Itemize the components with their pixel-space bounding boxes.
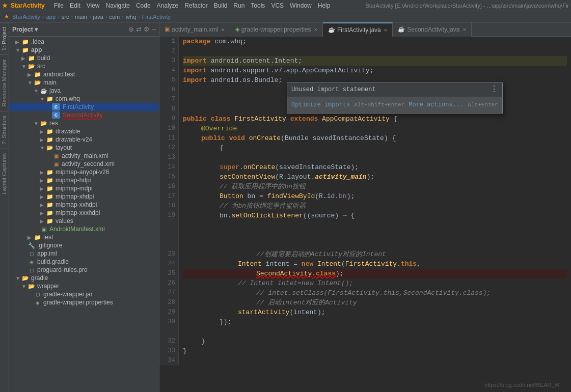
tree-item-buildgradle[interactable]: ◈ build.gradle	[9, 258, 159, 266]
tree-item-androidtest[interactable]: ▶ 📁 androidTest	[9, 70, 159, 78]
sidebar-add-icon[interactable]: ⊕	[128, 25, 134, 33]
code-line-17: Button bn = findViewById(R.id.bn);	[183, 191, 567, 201]
popup-title: Unused import statement	[291, 85, 376, 95]
tab-gradle-wrapper[interactable]: ◈ gradle-wrapper.properties ×	[230, 22, 323, 37]
code-line-31	[183, 327, 567, 337]
code-line-15: setContentView(R.layout.activity_main);	[183, 172, 567, 182]
menu-view[interactable]: View	[84, 2, 103, 9]
code-line-12: {	[183, 143, 567, 153]
breadcrumb-item-2[interactable]: src	[62, 14, 69, 20]
menu-tools[interactable]: Tools	[248, 2, 268, 9]
tree-item-firstactivity[interactable]: C FirstActivity	[9, 103, 159, 111]
breadcrumb-item-1[interactable]: app	[46, 14, 56, 20]
vtab-structure[interactable]: 7: Structure	[0, 111, 9, 149]
tree-item-build[interactable]: ▶ 📁 build	[9, 54, 159, 62]
sidebar-header-icons: ⊕ ⇄ ⚙ −	[128, 25, 156, 33]
tab-close-first-activity[interactable]: ×	[384, 27, 387, 33]
tab-first-activity[interactable]: ☕ FirstActivity.java ×	[323, 22, 393, 37]
breadcrumb-item-4[interactable]: java	[93, 14, 103, 20]
menu-build[interactable]: Build	[211, 2, 231, 9]
breadcrumb-item-6[interactable]: whq	[126, 14, 136, 20]
vtab-project[interactable]: 1: Project	[0, 22, 9, 54]
tree-item-java[interactable]: ▼ ☕ java	[9, 87, 159, 95]
tree-item-mipmap-anydpi[interactable]: ▶ 📁 mipmap-anydpi-v26	[9, 168, 159, 176]
sidebar: Project ▾ ⊕ ⇄ ⚙ − ▶ 📁 .idea ▼ 📁 app	[9, 22, 159, 392]
tree-item-mipmap-mdpi[interactable]: ▶ 📁 mipmap-mdpi	[9, 184, 159, 192]
breadcrumb-item-3[interactable]: main	[75, 14, 87, 20]
vtab-layout-captures[interactable]: Layout Captures	[0, 149, 9, 199]
tree-item-gitignore[interactable]: 🔧 .gitignore	[9, 241, 159, 249]
tab-close-gradle-wrapper[interactable]: ×	[314, 26, 317, 33]
tree-item-activity-main-xml[interactable]: ▣ activity_main.xml	[9, 152, 159, 160]
tree-item-secondactivity[interactable]: C SecondActivity	[9, 111, 159, 119]
tree-item-res[interactable]: ▼ 📂 res	[9, 119, 159, 127]
tree-item-activity-second-xml[interactable]: ▣ activity_second.xml	[9, 160, 159, 168]
tree-item-gradle-wrapper-jar[interactable]: ⬡ gradle-wrapper.jar	[9, 290, 159, 298]
popup-menu-icon[interactable]: ⋮	[490, 85, 498, 95]
breadcrumb-item-0[interactable]: StarActivity	[12, 14, 40, 20]
watermark: https://blog.csdn.net/BEAR_W	[484, 382, 560, 388]
breadcrumb-sep-6: ›	[138, 14, 140, 20]
tree-item-appiml[interactable]: ◻ app.iml	[9, 249, 159, 258]
breadcrumb-sep-3: ›	[89, 14, 91, 20]
sidebar-settings-icon[interactable]: ⚙	[144, 25, 150, 33]
menu-window[interactable]: Window	[287, 2, 315, 9]
code-line-19: bn.setOnClickListener((source) → {	[183, 211, 567, 220]
tab-second-activity[interactable]: ☕ SecondActivity.java ×	[393, 22, 472, 37]
popup-optimize-imports[interactable]: Optimize imports	[291, 100, 350, 110]
code-line-34	[183, 356, 567, 366]
menu-edit[interactable]: Edit	[67, 2, 84, 9]
tree-item-drawable[interactable]: ▶ 📁 drawable	[9, 127, 159, 135]
tree-item-gradle-wrapper-properties[interactable]: ◈ gradle-wrapper.properties	[9, 298, 159, 306]
code-line-3: import android.content.Intent;	[183, 56, 567, 66]
tree-item-mipmap-xhdpi[interactable]: ▶ 📁 mipmap-xhdpi	[9, 192, 159, 201]
menu-run[interactable]: Run	[230, 2, 248, 9]
tree-item-proguard[interactable]: ◻ proguard-rules.pro	[9, 266, 159, 274]
tree-item-wrapper[interactable]: ▼ 📂 wrapper	[9, 282, 159, 290]
breadcrumb-item-5[interactable]: com	[109, 14, 120, 20]
editor-tabs: ▣ activity_main.xml × ◈ gradle-wrapper.p…	[159, 22, 571, 37]
code-editor[interactable]: Unused import statement ⋮ Optimize impor…	[159, 37, 571, 392]
code-line-13	[183, 153, 567, 162]
sidebar-sync-icon[interactable]: ⇄	[136, 25, 142, 33]
tab-activity-main[interactable]: ▣ activity_main.xml ×	[159, 22, 230, 37]
tree-item-app[interactable]: ▼ 📁 app	[9, 46, 159, 54]
app-name: StarActivity	[11, 2, 45, 9]
app-logo: ★	[2, 2, 8, 9]
code-line-23: //创建需要启动的Activity对应的Intent	[183, 249, 567, 259]
sidebar-close-icon[interactable]: −	[152, 25, 156, 33]
tree-item-main[interactable]: ▼ 📂 main	[9, 78, 159, 87]
breadcrumb-item-7[interactable]: FirstActivity	[142, 14, 171, 20]
unused-import-popup: Unused import statement ⋮ Optimize impor…	[287, 82, 503, 114]
vtab-resource-manager[interactable]: Resource Manager	[0, 54, 9, 111]
breadcrumb-star: ★	[4, 13, 9, 20]
code-line-28: // 启动intent对应的Activity	[183, 298, 567, 307]
popup-header: Unused import statement ⋮	[287, 83, 502, 97]
menu-refactor[interactable]: Refactor	[181, 2, 210, 9]
menu-help[interactable]: Help	[315, 2, 334, 9]
tree-item-mipmap-hdpi[interactable]: ▶ 📁 mipmap-hdpi	[9, 176, 159, 184]
sidebar-header: Project ▾ ⊕ ⇄ ⚙ −	[9, 22, 159, 37]
menu-vcs[interactable]: VCS	[268, 2, 287, 9]
tree-item-mipmap-xxhdpi[interactable]: ▶ 📁 mipmap-xxhdpi	[9, 201, 159, 209]
tree-item-comwhq[interactable]: ▼ 📁 com.whq	[9, 95, 159, 103]
tab-close-activity-main[interactable]: ×	[221, 26, 224, 33]
menu-navigate[interactable]: Navigate	[103, 2, 133, 9]
tree-item-test[interactable]: ▶ 📁 test	[9, 233, 159, 241]
tree-item-layout[interactable]: ▼ 📂 layout	[9, 144, 159, 152]
tree-item-mipmap-xxxhdpi[interactable]: ▶ 📁 mipmap-xxxhdpi	[9, 209, 159, 217]
popup-more-actions[interactable]: More actions...	[409, 100, 464, 110]
menu-file[interactable]: File	[51, 2, 67, 9]
code-line-gap	[183, 220, 567, 230]
tree-item-src[interactable]: ▼ 📂 src	[9, 62, 159, 70]
breadcrumb-sep-2: ›	[71, 14, 73, 20]
tree-item-drawable-v24[interactable]: ▶ 📁 drawable-v24	[9, 135, 159, 144]
tree-item-gradle-root[interactable]: ▼ 📂 gradle	[9, 274, 159, 282]
menu-code[interactable]: Code	[133, 2, 154, 9]
tab-close-second-activity[interactable]: ×	[463, 26, 466, 33]
tree-item-idea[interactable]: ▶ 📁 .idea	[9, 38, 159, 46]
menu-analyze[interactable]: Analyze	[154, 2, 182, 9]
tree-item-values[interactable]: ▶ 📁 values	[9, 217, 159, 225]
code-line-2	[183, 46, 567, 56]
tree-item-androidmanifest[interactable]: ▣ AndroidManifest.xml	[9, 225, 159, 233]
